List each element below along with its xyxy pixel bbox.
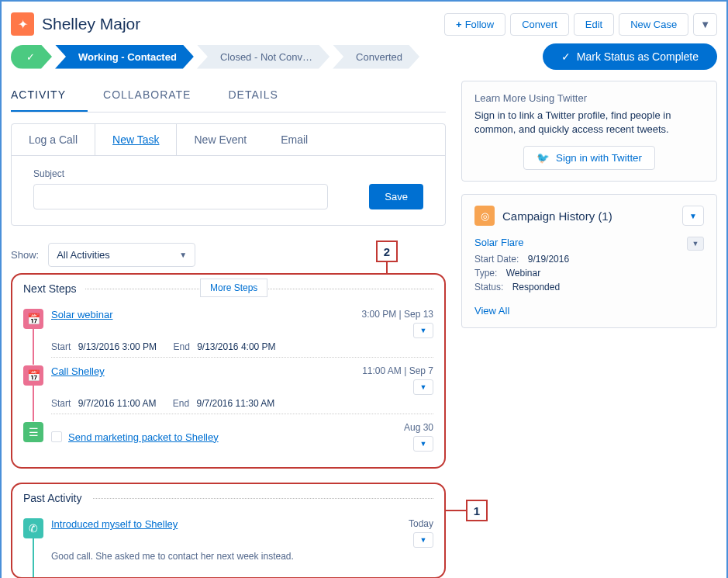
view-all-link[interactable]: View All	[474, 305, 509, 317]
tab-activity[interactable]: ACTIVITY	[11, 81, 88, 112]
subject-label: Subject	[33, 168, 360, 179]
twitter-button-label: Sign in with Twitter	[556, 152, 642, 164]
timeline-when: Aug 30	[404, 422, 433, 433]
next-steps-panel: 2 Next Steps More Steps 📅 Solar webinar …	[11, 273, 446, 469]
start-value: 9/7/2016 11:00 AM	[78, 398, 157, 409]
composer-tabs: Log a Call New Task New Event Email	[12, 124, 445, 156]
timeline-when: 3:00 PM | Sep 13	[361, 309, 433, 320]
callout-2: 2	[376, 241, 398, 262]
path-step-closed[interactable]: Closed - Not Conv…	[197, 45, 329, 69]
event-icon: 📅	[23, 365, 43, 386]
event-icon: 📅	[23, 309, 43, 329]
twitter-icon: 🐦	[537, 152, 550, 164]
start-label: Start	[51, 398, 71, 409]
more-steps-button[interactable]: More Steps	[200, 279, 267, 297]
path-row: ✓ Working - Contacted Closed - Not Conv……	[11, 43, 717, 70]
check-icon: ✓	[561, 50, 571, 63]
twitter-card-text: Sign in to link a Twitter profile, find …	[474, 109, 704, 137]
related-item: Solar Flare ▼ Start Date: 9/19/2016 Type…	[474, 237, 704, 292]
timeline-when: Today	[409, 518, 433, 529]
tab-collaborate[interactable]: COLLABORATE	[103, 81, 212, 112]
callout-2-line	[386, 262, 388, 275]
past-activity-heading-text: Past Activity	[23, 492, 81, 504]
start-label: Start	[51, 341, 71, 352]
record-title: Shelley Major	[42, 15, 140, 33]
path-step-converted[interactable]: Converted	[333, 45, 419, 69]
next-steps-heading-text: Next Steps	[23, 282, 76, 295]
caret-down-icon: ▼	[179, 251, 187, 259]
tab-details[interactable]: DETAILS	[228, 81, 299, 112]
related-item-menu[interactable]: ▼	[687, 237, 704, 251]
header-actions: Follow Convert Edit New Case ▼	[444, 13, 717, 36]
end-value: 9/13/2016 4:00 PM	[197, 341, 275, 352]
timeline-item: ✆ Introduced myself to Shelley Today ▼ G…	[23, 511, 433, 566]
twitter-card-heading: Learn More Using Twitter	[474, 92, 704, 104]
timeline-title[interactable]: Solar webinar	[51, 309, 113, 338]
end-label: End	[173, 398, 189, 409]
sign-in-twitter-button[interactable]: 🐦 Sign in with Twitter	[523, 146, 655, 170]
lead-icon: ✦	[11, 12, 34, 36]
timeline-title[interactable]: Send marketing packet to Shelley	[68, 431, 219, 443]
path: ✓ Working - Contacted Closed - Not Conv……	[11, 45, 537, 69]
activity-composer: Log a Call New Task New Event Email Subj…	[11, 123, 446, 226]
save-button[interactable]: Save	[369, 184, 423, 209]
campaign-card-menu[interactable]: ▼	[682, 206, 704, 226]
composer-tab-log-call[interactable]: Log a Call	[12, 124, 95, 155]
start-date-label: Start Date:	[474, 254, 519, 265]
timeline-item: 📅 Call Shelley 11:00 AM | Sep 7 ▼ Start …	[23, 358, 433, 414]
more-actions-button[interactable]: ▼	[693, 13, 717, 36]
campaign-icon: ◎	[474, 206, 495, 226]
follow-button[interactable]: Follow	[444, 13, 505, 36]
past-activity-panel: 1 Past Activity ✆ Introduced myself to S…	[11, 483, 446, 578]
timeline-title[interactable]: Introduced myself to Shelley	[51, 518, 178, 548]
new-case-button[interactable]: New Case	[619, 13, 688, 36]
main-tabs: ACTIVITY COLLABORATE DETAILS	[11, 81, 446, 112]
next-steps-heading: Next Steps More Steps	[23, 282, 433, 295]
status-value: Responded	[512, 282, 560, 292]
timeline-item-menu[interactable]: ▼	[413, 436, 433, 452]
check-icon: ✓	[26, 51, 35, 63]
edit-button[interactable]: Edit	[574, 13, 614, 36]
timeline-item-menu[interactable]: ▼	[413, 379, 433, 395]
campaign-history-card: ◎ Campaign History (1) ▼ Solar Flare ▼ S…	[461, 194, 717, 328]
timeline-item-menu[interactable]: ▼	[413, 532, 433, 548]
timeline-title[interactable]: Call Shelley	[51, 365, 105, 395]
start-value: 9/13/2016 3:00 PM	[78, 341, 157, 352]
twitter-card: Learn More Using Twitter Sign in to link…	[461, 81, 717, 182]
campaign-card-title: Campaign History (1)	[502, 209, 612, 223]
timeline-connector	[33, 538, 34, 577]
start-date-value: 9/19/2016	[528, 254, 569, 265]
status-label: Status:	[474, 282, 503, 292]
call-icon: ✆	[23, 518, 43, 538]
timeline-item-menu[interactable]: ▼	[413, 323, 433, 338]
callout-1: 1	[466, 500, 488, 521]
path-step-working[interactable]: Working - Contacted	[55, 45, 194, 69]
past-activity-heading: Past Activity	[23, 492, 433, 504]
composer-tab-new-task[interactable]: New Task	[95, 124, 177, 155]
timeline-when: 11:00 AM | Sep 7	[362, 365, 433, 376]
composer-tab-new-event[interactable]: New Event	[177, 124, 264, 155]
mark-complete-button[interactable]: ✓ Mark Status as Complete	[543, 43, 717, 70]
show-filter-select[interactable]: All Activities ▼	[48, 243, 195, 267]
end-label: End	[173, 341, 189, 352]
show-filter-value: All Activities	[57, 249, 110, 261]
show-label: Show:	[11, 249, 39, 261]
timeline-item: ☰ Send marketing packet to Shelley Aug 3…	[23, 414, 433, 456]
record-header: ✦ Shelley Major Follow Convert Edit New …	[11, 8, 717, 43]
type-value: Webinar	[506, 268, 540, 279]
composer-tab-email[interactable]: Email	[264, 124, 325, 155]
timeline-item: 📅 Solar webinar 3:00 PM | Sep 13 ▼ Start…	[23, 301, 433, 357]
subject-input[interactable]	[33, 184, 328, 209]
convert-button[interactable]: Convert	[510, 13, 569, 36]
mark-complete-label: Mark Status as Complete	[577, 50, 699, 63]
campaign-item-title[interactable]: Solar Flare	[474, 237, 524, 248]
type-label: Type:	[474, 268, 497, 279]
callout-1-line	[444, 510, 466, 511]
path-step-done[interactable]: ✓	[11, 45, 52, 69]
task-icon: ☰	[23, 422, 43, 442]
end-value: 9/7/2016 11:30 AM	[196, 398, 274, 409]
task-checkbox[interactable]	[51, 431, 62, 442]
timeline-note: Good call. She asked me to contact her n…	[51, 551, 294, 562]
